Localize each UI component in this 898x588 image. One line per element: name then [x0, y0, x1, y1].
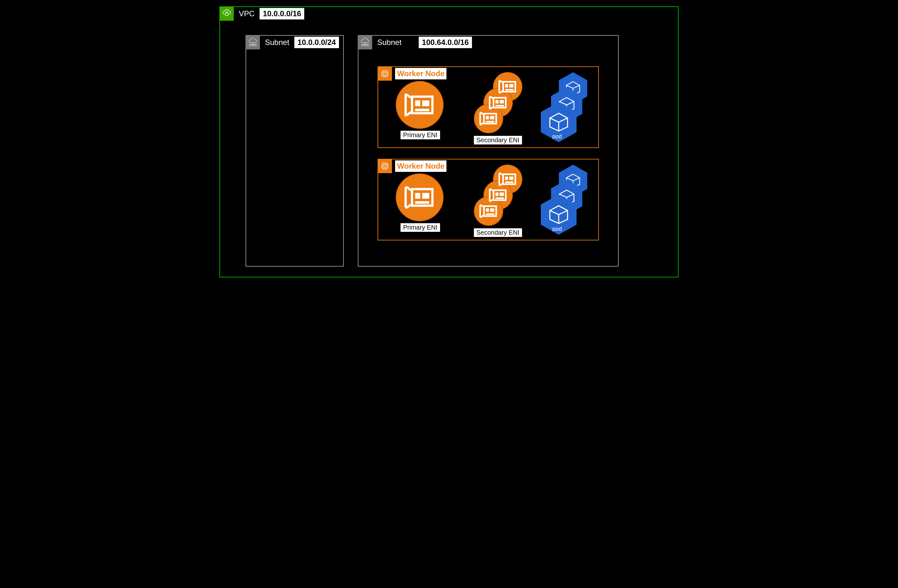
- primary-eni-icon: [396, 81, 444, 129]
- subnet-icon: [358, 35, 372, 49]
- subnet-1-container: Subnet 10.0.0.0/24: [246, 35, 344, 266]
- svg-rect-35: [500, 100, 504, 104]
- svg-rect-64: [495, 192, 499, 196]
- svg-rect-69: [490, 209, 494, 212]
- svg-rect-56: [415, 193, 420, 199]
- svg-rect-34: [495, 100, 499, 104]
- secondary-eni-label: Secondary ENI: [474, 228, 522, 237]
- subnet-1-header: Subnet 10.0.0.0/24: [246, 35, 339, 49]
- svg-rect-70: [486, 213, 494, 215]
- svg-rect-3: [250, 44, 251, 46]
- primary-eni-label: Primary ENI: [401, 131, 440, 139]
- subnet-1-cidr: 10.0.0.0/24: [294, 37, 339, 48]
- svg-rect-4: [252, 44, 254, 46]
- secondary-eni-label: Secondary ENI: [474, 136, 522, 145]
- subnet-2-title: Subnet: [375, 37, 403, 48]
- svg-rect-28: [415, 109, 429, 111]
- svg-rect-42: [384, 165, 386, 168]
- chip-icon: [378, 159, 392, 173]
- svg-rect-31: [509, 84, 514, 88]
- chip-icon: [378, 67, 392, 81]
- worker-node-1-header: Worker Node: [378, 67, 446, 81]
- subnet-2-header: Subnet 100.64.0.0/16: [358, 35, 472, 49]
- svg-rect-65: [500, 192, 504, 196]
- vpc-icon: [220, 7, 234, 21]
- subnet-2-container: Subnet 100.64.0.0/16: [358, 35, 619, 266]
- svg-rect-41: [382, 163, 388, 169]
- worker-node-1: Worker Node Primary ENI: [378, 66, 599, 148]
- vpc-container: VPC 10.0.0.0/16 Subnet 10.0.0.0/24: [219, 6, 679, 277]
- svg-rect-62: [505, 182, 514, 183]
- vpc-header: VPC 10.0.0.0/16: [220, 7, 304, 21]
- svg-rect-66: [495, 197, 504, 199]
- svg-rect-30: [505, 84, 508, 88]
- worker-node-2: Worker Node Primary ENI: [378, 159, 599, 240]
- svg-rect-61: [509, 177, 514, 180]
- svg-rect-60: [505, 177, 508, 180]
- primary-eni-icon: [396, 174, 444, 221]
- svg-rect-38: [486, 116, 489, 120]
- pod-label: pod: [552, 133, 562, 140]
- svg-rect-40: [486, 121, 494, 122]
- vpc-title: VPC: [237, 8, 257, 20]
- svg-rect-27: [422, 100, 429, 106]
- worker-node-2-header: Worker Node: [378, 159, 446, 173]
- svg-rect-39: [490, 116, 494, 120]
- svg-rect-68: [486, 209, 489, 212]
- svg-rect-5: [255, 44, 257, 46]
- primary-eni-label: Primary ENI: [401, 223, 440, 232]
- subnet-1-title: Subnet: [263, 37, 291, 48]
- svg-rect-12: [384, 72, 386, 75]
- vpc-cidr: 10.0.0.0/16: [260, 8, 304, 20]
- svg-rect-9: [364, 44, 366, 46]
- subnet-icon: [246, 35, 260, 49]
- svg-rect-26: [415, 100, 420, 106]
- svg-rect-32: [505, 89, 514, 91]
- svg-rect-8: [362, 44, 363, 46]
- svg-rect-36: [495, 105, 504, 106]
- svg-rect-57: [422, 193, 429, 199]
- worker-node-2-title: Worker Node: [395, 160, 446, 172]
- worker-node-1-title: Worker Node: [395, 68, 446, 79]
- svg-rect-11: [382, 71, 388, 77]
- pod-label: pod: [552, 226, 562, 232]
- svg-rect-0: [226, 13, 228, 15]
- svg-rect-58: [415, 201, 429, 204]
- svg-rect-10: [367, 44, 369, 46]
- subnet-2-cidr: 100.64.0.0/16: [419, 37, 472, 48]
